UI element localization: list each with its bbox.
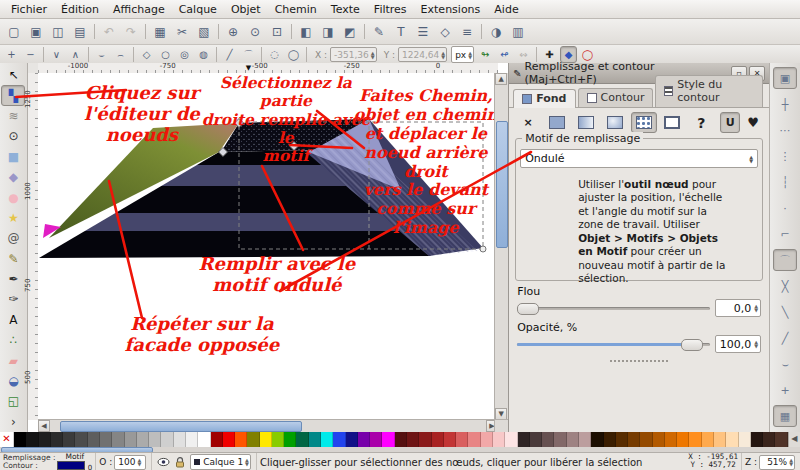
menu-extensions[interactable]: Extensions — [414, 1, 488, 17]
menu-edition[interactable]: Édition — [54, 1, 106, 17]
star-tool[interactable]: ★ — [1, 208, 25, 228]
snap-page-border-icon[interactable]: ▦ — [773, 405, 797, 427]
opacity-slider-knob[interactable] — [681, 339, 703, 351]
preferences-icon[interactable]: ▥ — [508, 22, 528, 42]
palette-swatch[interactable] — [554, 432, 566, 447]
tweak-tool[interactable]: ≋ — [1, 106, 25, 126]
clone-icon[interactable]: ◨ — [318, 22, 338, 42]
pattern-button[interactable] — [631, 112, 657, 133]
palette-swatch[interactable] — [346, 432, 358, 447]
palette-swatch[interactable] — [505, 432, 517, 447]
snap-bbox-icon[interactable]: ┼ — [773, 93, 797, 115]
palette-swatch[interactable] — [456, 432, 468, 447]
cut-icon[interactable]: ✂ — [172, 22, 192, 42]
horizontal-scrollbar-thumb[interactable] — [60, 421, 302, 432]
save-document-icon[interactable]: ◫ — [48, 22, 68, 42]
box3d-tool[interactable]: ◆ — [1, 167, 25, 187]
zoom-selection-icon[interactable]: ⊕ — [223, 22, 243, 42]
tab-contour[interactable]: Contour — [578, 88, 654, 107]
palette-swatch[interactable] — [432, 432, 444, 447]
spray-tool[interactable]: ∴ — [1, 330, 25, 350]
pattern-select[interactable]: Ondulé ▲▼ — [520, 149, 758, 168]
tab-style-contour[interactable]: Style du contour — [655, 75, 763, 107]
panel-resize-grip[interactable] — [609, 359, 669, 364]
auto-node-icon[interactable]: ◍ — [195, 46, 212, 63]
opacity-spinbox[interactable]: 100,0 ▲▼ — [715, 335, 761, 353]
node-editor-tool[interactable]: ▚ — [1, 85, 25, 105]
palette-swatch[interactable] — [75, 432, 87, 447]
palette-swatch[interactable] — [112, 432, 124, 447]
align-dialog-icon[interactable]: ≡ — [457, 22, 477, 42]
vertical-scrollbar[interactable]: ▲ ▼ — [494, 73, 508, 420]
layer-selector[interactable]: Calque 1 ▲▼ — [190, 454, 251, 470]
menu-filtres[interactable]: Filtres — [367, 1, 414, 17]
segment-curve-icon[interactable]: ⌒ — [240, 46, 257, 63]
segment-line-icon[interactable]: ╱ — [221, 46, 238, 63]
menu-calque[interactable]: Calque — [172, 1, 224, 17]
scroll-left-icon[interactable]: ◀ — [38, 420, 50, 432]
stroke-color-swatch[interactable] — [57, 461, 85, 470]
text-dialog-icon[interactable]: T — [391, 22, 411, 42]
menu-fichier[interactable]: Fichier — [4, 1, 54, 17]
zoom-tool[interactable]: ⊙ — [1, 126, 25, 146]
fill-indicator-value[interactable]: Motif — [57, 453, 92, 461]
palette-swatch[interactable] — [542, 432, 554, 447]
drawing-page[interactable]: Cliquez sur l'éditeur de noeudsSélection… — [38, 73, 498, 420]
opacity-slider[interactable] — [517, 338, 710, 350]
palette-swatch[interactable] — [407, 432, 419, 447]
layers-dialog-icon[interactable]: ☰ — [413, 22, 433, 42]
palette-swatch[interactable] — [751, 432, 763, 447]
open-document-icon[interactable]: ▣ — [26, 22, 46, 42]
palette-swatch[interactable] — [260, 432, 272, 447]
object-opacity-spinbox[interactable]: 100 ▲▼ — [114, 455, 146, 470]
snap-toggle-icon[interactable]: ▣ — [773, 67, 797, 89]
palette-swatch[interactable] — [39, 432, 51, 447]
unlink-clone-icon[interactable]: ◩ — [340, 22, 360, 42]
eraser-tool[interactable]: ▰ — [1, 350, 25, 370]
ellipse-tool[interactable]: ● — [1, 187, 25, 207]
new-document-icon[interactable]: ▢ — [4, 22, 24, 42]
fillrule-nonzero-button[interactable]: ♥ — [743, 112, 763, 133]
palette-swatch[interactable] — [653, 432, 665, 447]
palette-swatch[interactable] — [567, 432, 579, 447]
snap-centers-icon[interactable]: + — [773, 379, 797, 401]
palette-swatch[interactable] — [689, 432, 701, 447]
palette-swatch[interactable] — [382, 432, 394, 447]
palette-swatch[interactable] — [665, 432, 677, 447]
xml-editor-icon[interactable]: ◇ — [435, 22, 455, 42]
snap-midpoints-icon[interactable]: ⌣ — [773, 353, 797, 375]
menu-texte[interactable]: Texte — [324, 1, 367, 17]
palette-swatch[interactable] — [63, 432, 75, 447]
palette-swatch[interactable] — [161, 432, 173, 447]
no-paint-button[interactable]: × — [515, 112, 541, 133]
draw-dialog-icon[interactable]: ✎ — [369, 22, 389, 42]
layer-lock-icon[interactable] — [175, 457, 185, 468]
toolbox-overflow[interactable]: › — [1, 412, 25, 432]
palette-swatch[interactable] — [14, 432, 26, 447]
palette-swatch[interactable] — [88, 432, 100, 447]
palette-swatch[interactable] — [419, 432, 431, 447]
unknown-paint-button[interactable]: ? — [688, 112, 714, 133]
corner-node-icon[interactable]: ◇ — [138, 46, 155, 63]
menu-affichage[interactable]: Affichage — [106, 1, 172, 17]
bucket-tool[interactable]: ◒ — [1, 371, 25, 391]
palette-swatch[interactable] — [358, 432, 370, 447]
palette-swatch[interactable] — [444, 432, 456, 447]
palette-swatch[interactable] — [726, 432, 738, 447]
palette-swatch[interactable] — [309, 432, 321, 447]
palette-swatch[interactable] — [296, 432, 308, 447]
insert-node-icon[interactable]: + — [3, 46, 20, 63]
edit-mask-icon[interactable]: ↫ — [496, 46, 513, 63]
zoom-drawing-icon[interactable]: ⊙ — [245, 22, 265, 42]
palette-swatch[interactable] — [235, 432, 247, 447]
palette-swatch[interactable] — [149, 432, 161, 447]
vertical-scrollbar-thumb[interactable] — [496, 121, 508, 248]
palette-swatch[interactable] — [493, 432, 505, 447]
palette-swatch[interactable] — [481, 432, 493, 447]
palette-swatch[interactable] — [468, 432, 480, 447]
blur-slider[interactable] — [517, 302, 710, 314]
radial-gradient-button[interactable] — [602, 112, 628, 133]
palette-swatch[interactable] — [272, 432, 284, 447]
palette-swatch[interactable] — [702, 432, 714, 447]
fill-stroke-indicator[interactable]: Remplissage : Contour : Motif 0 — [0, 453, 96, 470]
